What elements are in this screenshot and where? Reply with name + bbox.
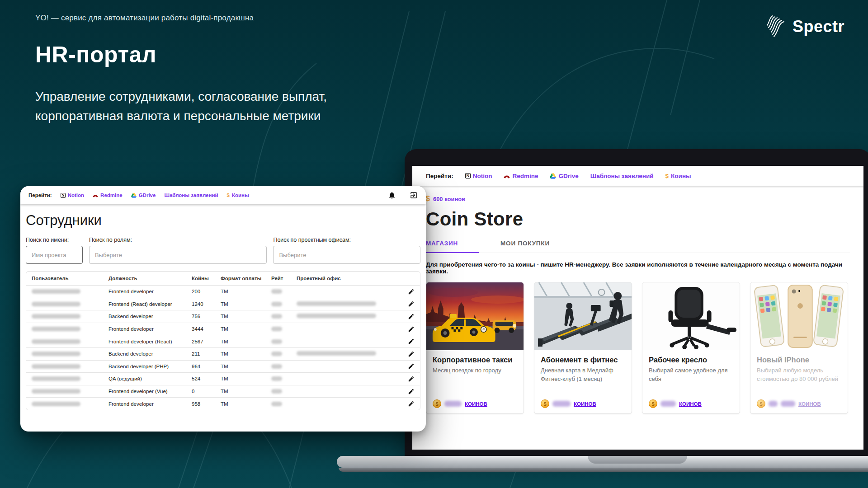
employee-name-redacted xyxy=(32,352,80,356)
coin-icon: $ xyxy=(649,399,657,408)
spectr-logo-icon xyxy=(761,14,787,40)
rate-redacted xyxy=(271,302,282,306)
logout-icon[interactable] xyxy=(410,191,418,199)
nav-link-notion[interactable]: N Notion xyxy=(465,173,492,179)
product-card-taxi[interactable]: Корпоративное такси Месяц поездок по гор… xyxy=(426,282,524,414)
office-redacted xyxy=(297,314,376,318)
notifications-bell-icon[interactable] xyxy=(388,191,396,199)
product-description: Выбирай любую модель стоимостью до 80 00… xyxy=(757,366,841,384)
notion-icon: N xyxy=(465,173,471,178)
coin-store-page: Перейти: N Notion Redmine GDrive Шаблоны… xyxy=(412,166,863,450)
nav-link-redmine[interactable]: Redmine xyxy=(93,192,123,198)
price-link[interactable]: коинов xyxy=(574,401,596,407)
brand-logo: Spectr xyxy=(761,14,844,40)
product-title: Новый IPhone xyxy=(757,356,841,364)
rate-redacted xyxy=(271,389,282,394)
office-redacted xyxy=(297,301,376,306)
price-redacted xyxy=(552,401,571,407)
product-price: $ коинов xyxy=(757,393,841,408)
coin-dollar-icon: $ xyxy=(227,192,230,198)
filter-by-office: Поиск по проектным офисам: xyxy=(273,237,420,264)
price-redacted xyxy=(444,401,462,407)
price-redacted xyxy=(781,401,795,407)
product-cards: Корпоративное такси Месяц поездок по гор… xyxy=(426,282,850,414)
employee-name-redacted xyxy=(32,314,80,319)
rate-redacted xyxy=(271,376,282,381)
nav-link-gdrive[interactable]: GDrive xyxy=(550,173,578,179)
tab-shop[interactable]: МАГАЗИН xyxy=(426,240,479,253)
edit-pencil-icon[interactable] xyxy=(408,288,415,295)
laptop-mockup: Перейти: N Notion Redmine GDrive Шаблоны… xyxy=(405,149,868,456)
price-link[interactable]: коинов xyxy=(798,401,821,407)
coin-dollar-icon: $ xyxy=(665,173,669,179)
edit-pencil-icon[interactable] xyxy=(408,338,415,345)
employee-name-redacted xyxy=(32,364,80,369)
tab-my-purchases[interactable]: МОИ ПОКУПКИ xyxy=(490,240,561,253)
filter-by-role: Поиск по ролям: xyxy=(89,237,267,264)
role-select-input[interactable] xyxy=(89,246,267,264)
table-header-row: Пользователь Должность Койны Формат опла… xyxy=(26,272,420,285)
hero-section: YO! — сервис для автоматизации работы di… xyxy=(35,14,420,126)
product-card-fitness[interactable]: Абонемент в фитнес Дневная карта в Медла… xyxy=(534,282,632,414)
rate-redacted xyxy=(271,314,282,319)
nav-link-gdrive[interactable]: GDrive xyxy=(131,192,156,198)
page-subtitle: Управление сотрудниками, согласование вы… xyxy=(35,87,420,126)
gdrive-icon xyxy=(131,193,137,198)
coin-dollar-icon: $ xyxy=(426,195,430,203)
edit-pencil-icon[interactable] xyxy=(408,351,415,357)
nav-link-templates[interactable]: Шаблоны заявлений xyxy=(164,192,218,198)
redmine-icon xyxy=(504,173,510,178)
employee-name-redacted xyxy=(32,389,80,394)
office-redacted xyxy=(297,351,376,356)
nav-link-coins[interactable]: $ Коины xyxy=(665,173,691,179)
table-row: Backend developer 211 TM xyxy=(26,347,420,360)
office-select-input[interactable] xyxy=(273,246,420,264)
laptop-base xyxy=(337,456,868,468)
page-title: HR-портал xyxy=(35,42,420,68)
rate-redacted xyxy=(271,352,282,356)
iphone-image xyxy=(750,282,848,350)
edit-pencil-icon[interactable] xyxy=(408,388,415,395)
edit-pencil-icon[interactable] xyxy=(408,400,415,407)
store-main: $ 600 коинов Coin Store МАГАЗИН МОИ ПОКУ… xyxy=(412,186,863,414)
product-card-chair[interactable]: Рабочее кресло Выбирай самое удобное для… xyxy=(642,282,740,414)
employees-table: Пользователь Должность Койны Формат опла… xyxy=(26,271,420,410)
product-card-iphone[interactable]: Новый IPhone Выбирай любую модель стоимо… xyxy=(750,282,848,414)
brand-name: Spectr xyxy=(793,17,844,36)
coin-icon: $ xyxy=(757,399,765,408)
nav-link-redmine[interactable]: Redmine xyxy=(504,173,538,179)
name-search-input[interactable] xyxy=(26,246,83,264)
rate-redacted xyxy=(271,339,282,344)
coin-icon: $ xyxy=(433,399,441,408)
nav-link-templates[interactable]: Шаблоны заявлений xyxy=(590,173,654,179)
nav-link-coins[interactable]: $ Коины xyxy=(227,192,249,198)
employee-name-redacted xyxy=(32,339,80,344)
price-redacted xyxy=(769,401,778,407)
employee-name-redacted xyxy=(32,402,80,406)
table-row: Frontend developer (Vue) 0 TM xyxy=(26,385,420,398)
price-link[interactable]: коинов xyxy=(465,401,487,407)
edit-pencil-icon[interactable] xyxy=(408,363,415,370)
product-price: $ коинов xyxy=(433,393,517,408)
table-row: Frontend developer 958 TM xyxy=(26,397,420,410)
redmine-icon xyxy=(93,193,98,197)
edit-pencil-icon[interactable] xyxy=(408,300,415,307)
rate-redacted xyxy=(271,327,282,331)
store-navbar: Перейти: N Notion Redmine GDrive Шаблоны… xyxy=(412,166,863,186)
price-link[interactable]: коинов xyxy=(679,401,702,407)
taxi-image xyxy=(426,282,524,350)
edit-pencil-icon[interactable] xyxy=(408,375,415,382)
store-title: Coin Store xyxy=(426,208,850,230)
rate-redacted xyxy=(271,402,282,406)
nav-prefix: Перейти: xyxy=(28,192,52,198)
nav-link-notion[interactable]: N Notion xyxy=(61,192,84,198)
table-row: QA (ведущий) 524 TM xyxy=(26,372,420,385)
coin-balance[interactable]: $ 600 коинов xyxy=(426,195,850,203)
coin-icon: $ xyxy=(541,399,549,408)
service-tagline: YO! — сервис для автоматизации работы di… xyxy=(35,14,420,23)
edit-pencil-icon[interactable] xyxy=(408,326,415,333)
edit-pencil-icon[interactable] xyxy=(408,313,415,320)
employees-content: Сотрудники Поиск по имени: Поиск по роля… xyxy=(20,204,426,410)
rate-redacted xyxy=(271,364,282,369)
product-title: Рабочее кресло xyxy=(649,356,733,364)
